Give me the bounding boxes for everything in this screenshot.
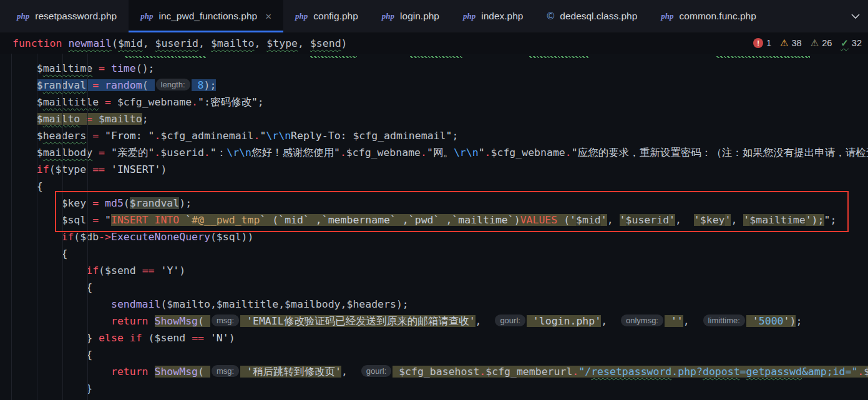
tab-inc_pwd_functions-php[interactable]: phpinc_pwd_functions.php× [129, 0, 283, 32]
code-token [80, 113, 86, 125]
hidden-tabs-chevron-icon[interactable] [843, 0, 868, 32]
code-token: { [12, 248, 67, 260]
code-token: function [12, 37, 68, 49]
inspections-widget[interactable]: ! 1 ⚠ 38 ⚠ 26 ✓ 32 [753, 32, 862, 54]
code-token [92, 62, 99, 74]
tab-list: phpresetpassword.phpphpinc_pwd_functions… [0, 0, 843, 32]
code-token: ShowMsg [155, 366, 198, 378]
code-token: $ [12, 147, 43, 159]
php-file-icon: php [140, 11, 153, 21]
code-token [105, 163, 111, 175]
code-token [105, 62, 111, 74]
code-token: \r\n [227, 147, 251, 159]
code-line: $mailtitle = $cfg_webname.":密码修改"; [0, 94, 868, 110]
code-token: , [254, 37, 266, 49]
tab-label: inc_pwd_functions.php [158, 11, 257, 22]
code-token: $cfg_adminemail [353, 130, 446, 142]
spellcheck-squiggle [310, 56, 357, 58]
code-token: $send [310, 37, 341, 49]
warning-count: 38 [792, 38, 802, 48]
code-token: newmail [68, 37, 112, 49]
code-token: (); [136, 62, 155, 74]
code-token: return [111, 366, 149, 378]
tab-close-icon[interactable]: × [265, 11, 271, 22]
code-token: if [86, 265, 99, 276]
inspection-warnings[interactable]: ⚠ 38 [780, 37, 802, 49]
code-token [111, 96, 117, 108]
code-token [99, 130, 105, 142]
code-token [240, 366, 246, 378]
code-token: ($sql)) [210, 231, 254, 243]
code-token: ( [198, 315, 210, 327]
code-token: { [12, 180, 43, 192]
tab-common-func-php[interactable]: phpcommon.func.php [649, 0, 768, 32]
code-line: $headers = "From: ".$cfg_adminemail."\r\… [0, 127, 868, 144]
code-token: 'login.php' [533, 315, 601, 327]
code-token [149, 315, 155, 327]
code-token: " [446, 130, 452, 142]
code-token: 'N' [210, 332, 229, 344]
code-token: ShowMsg [155, 315, 198, 327]
code-token: = [105, 96, 111, 108]
code-token: } [12, 332, 99, 344]
code-token: . [479, 366, 485, 378]
code-token: \r\n [454, 147, 479, 159]
code-line: sendmail($mailto,$mailtitle,$mailbody,$h… [0, 296, 868, 313]
code-line: if($type == 'INSERT') [0, 161, 868, 178]
code-token: $userid [155, 37, 199, 49]
code-token: mailbody [43, 147, 92, 159]
inspection-weak-warnings[interactable]: ⚠ 26 [811, 37, 832, 49]
tab-dedesql-class-php[interactable]: ©dedesql.class.php [535, 0, 649, 32]
code-token: headers [43, 130, 87, 142]
code-token: ; [142, 113, 149, 125]
parameter-hint-pill: gourl: [361, 365, 392, 377]
inspection-typos[interactable]: ✓ 32 [841, 37, 862, 49]
tab-resetpassword-php[interactable]: phpresetpassword.php [5, 0, 129, 32]
code-token: == [92, 163, 105, 175]
code-token: $ [37, 113, 43, 125]
indent-guide [11, 54, 12, 400]
code-token [12, 79, 37, 91]
code-token: " [260, 130, 266, 142]
code-token: ) [229, 332, 235, 344]
code-token: dopost [703, 366, 740, 378]
code-line: return ShowMsg( msg: '稍后跳转到修改页', gourl: … [0, 363, 868, 380]
code-token: "应您的要求，重新设置密码：（注：如果您没有提出申请，请检查您 [572, 147, 868, 159]
code-token: ExecuteNoneQuery [111, 231, 210, 243]
code-token: ) [160, 163, 167, 175]
parameter-hint-pill: msg: [212, 315, 239, 326]
code-token: $cfg_adminemail [160, 130, 253, 142]
php-file-icon: php [463, 11, 475, 21]
code-token [12, 163, 37, 175]
code-line: $mailto = $mailto; [0, 110, 868, 127]
code-token: ) [179, 265, 185, 276]
php-file-icon: php [661, 11, 673, 21]
tab-login-php[interactable]: phplogin.php [370, 0, 451, 32]
code-token: . [857, 366, 864, 378]
tab-index-php[interactable]: phpindex.php [451, 0, 535, 32]
php-file-icon: php [382, 11, 394, 21]
code-token: $cfg_webname [491, 147, 565, 159]
code-token: ( [112, 37, 118, 49]
inspection-errors[interactable]: ! 1 [753, 38, 771, 48]
weak-warning-count: 26 [822, 38, 832, 48]
code-token: resetpassword [591, 366, 671, 378]
error-icon: ! [753, 38, 763, 48]
code-token: .php? [671, 366, 703, 378]
tab-label: dedesql.class.php [560, 11, 637, 22]
code-token [527, 315, 533, 327]
code-token: $ [37, 79, 43, 91]
indent-guide [37, 54, 37, 400]
sticky-function-header[interactable]: function newmail($mid, $userid, $mailto,… [0, 32, 868, 54]
code-token [665, 315, 671, 327]
code-token: ( [142, 79, 155, 91]
code-token: , [198, 37, 211, 49]
code-token: { [12, 281, 92, 293]
php-file-icon: php [17, 11, 29, 21]
code-token: if [61, 231, 74, 243]
code-token [92, 113, 99, 125]
error-count: 1 [766, 38, 771, 48]
tab-config-php[interactable]: phpconfig.php [283, 0, 370, 32]
error-highlight-box [55, 191, 849, 232]
code-token [92, 147, 99, 159]
